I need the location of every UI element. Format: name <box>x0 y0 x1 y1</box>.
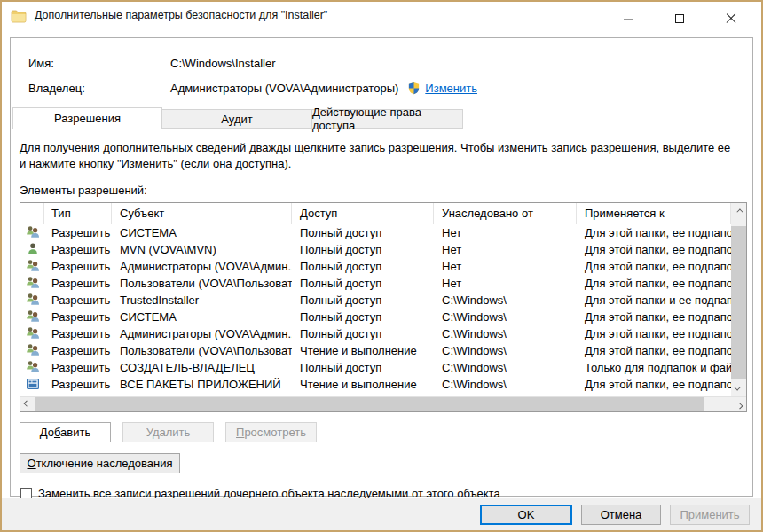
row-access: Полный доступ <box>292 293 434 307</box>
object-info-section: Имя: C:\Windows\Installer Владелец: Адми… <box>11 38 752 100</box>
column-header-access[interactable]: Доступ <box>292 203 434 224</box>
principal-icon <box>20 377 44 391</box>
row-applies-to: Для этой папки, ее подпапок и <box>577 310 731 324</box>
horizontal-scrollbar-thumb[interactable] <box>35 397 704 411</box>
row-principal: Пользователи (VOVA\Пользоват... <box>112 277 292 290</box>
cancel-button[interactable]: Отмена <box>581 505 661 525</box>
row-principal: Пользователи (VOVA\Пользоват... <box>112 344 292 357</box>
owner-row: Владелец: Администраторы (VOVA\Администр… <box>28 75 735 100</box>
apply-button[interactable]: Применить <box>670 505 750 525</box>
principal-icon <box>20 276 44 290</box>
row-inherited-from: C:\Windows\ <box>434 310 577 324</box>
scroll-right-button[interactable] <box>731 397 746 412</box>
table-row[interactable]: Разрешить СИСТЕМА Полный доступ Нет Для … <box>20 224 731 241</box>
principal-icon <box>20 360 44 374</box>
tab-audit[interactable]: Аудит <box>161 109 312 129</box>
row-principal: Администраторы (VOVA\Админ... <box>112 327 292 340</box>
row-applies-to: Для этой папки, ее подпапок и <box>577 260 731 273</box>
row-inherited-from: Нет <box>434 260 577 273</box>
add-button[interactable]: Добавить <box>20 422 111 442</box>
name-row: Имя: C:\Windows\Installer <box>28 51 735 75</box>
two-users-icon <box>26 259 40 273</box>
disable-inheritance-button[interactable]: Отключение наследования <box>20 453 180 473</box>
scroll-down-button[interactable] <box>731 381 746 396</box>
row-applies-to: Для этой папки, ее подпапок и <box>577 344 731 357</box>
vertical-scrollbar[interactable] <box>731 203 746 396</box>
view-button[interactable]: Просмотреть <box>225 422 317 442</box>
table-row[interactable]: Разрешить Пользователи (VOVA\Пользоват..… <box>20 275 731 292</box>
two-users-icon <box>26 360 40 374</box>
change-owner-link[interactable]: Изменить <box>425 82 477 95</box>
row-applies-to: Для этой папки и ее подпапок <box>577 293 731 307</box>
column-header-type[interactable]: Тип <box>44 203 112 224</box>
row-applies-to: Для этой папки, ее подпапок и <box>577 327 731 340</box>
owner-label: Владелец: <box>28 82 170 95</box>
row-access: Полный доступ <box>292 327 434 340</box>
row-access: Полный доступ <box>292 277 434 290</box>
horizontal-scrollbar[interactable] <box>20 396 746 411</box>
row-principal: СОЗДАТЕЛЬ-ВЛАДЕЛЕЦ <box>112 361 292 374</box>
table-row[interactable]: Разрешить MVN (VOVA\MVN) Полный доступ Н… <box>20 241 731 258</box>
table-row[interactable]: Разрешить Администраторы (VOVA\Админ... … <box>20 325 731 342</box>
row-inherited-from: Нет <box>434 277 577 290</box>
close-icon <box>726 13 736 24</box>
entry-actions: Добавить Удалить Просмотреть <box>20 422 747 442</box>
minimize-icon <box>624 19 633 20</box>
principal-icon <box>20 326 44 340</box>
table-row[interactable]: Разрешить СОЗДАТЕЛЬ-ВЛАДЕЛЕЦ Полный дост… <box>20 359 731 376</box>
row-principal: Администраторы (VOVA\Админ... <box>112 260 292 273</box>
table-row[interactable]: Разрешить Администраторы (VOVA\Админ... … <box>20 258 731 275</box>
dialog-body-panel: Имя: C:\Windows\Installer Владелец: Адми… <box>10 37 753 497</box>
instructions-text: Для получения дополнительных сведений дв… <box>20 140 740 172</box>
table-row[interactable]: Разрешить СИСТЕМА Полный доступ C:\Windo… <box>20 309 731 325</box>
row-type: Разрешить <box>44 226 112 239</box>
row-access: Полный доступ <box>292 260 434 273</box>
row-type: Разрешить <box>44 361 112 374</box>
column-header-applies-to[interactable]: Применяется к <box>577 203 731 224</box>
title-bar: Дополнительные параметры безопасности дл… <box>2 2 761 35</box>
remove-button[interactable]: Удалить <box>122 422 214 442</box>
row-principal: СИСТЕМА <box>112 226 292 239</box>
name-value: C:\Windows\Installer <box>170 57 275 70</box>
row-type: Разрешить <box>44 378 112 391</box>
column-header-principal[interactable]: Субъект <box>112 203 292 224</box>
app-package-icon <box>26 377 40 391</box>
tab-effective-access[interactable]: Действующие права доступа <box>311 109 463 129</box>
row-inherited-from: Нет <box>434 243 577 256</box>
scroll-left-button[interactable] <box>20 397 35 412</box>
advanced-security-dialog: Дополнительные параметры безопасности дл… <box>0 0 763 532</box>
minimize-button[interactable] <box>617 11 639 27</box>
row-principal: ВСЕ ПАКЕТЫ ПРИЛОЖЕНИЙ <box>112 378 292 391</box>
replace-permissions-checkbox[interactable] <box>20 488 32 499</box>
row-inherited-from: C:\Windows\ <box>434 327 577 340</box>
footer-bar: OK Отмена Применить <box>2 498 761 530</box>
owner-value: Администраторы (VOVA\Администраторы) <box>170 82 398 95</box>
permissions-table: Тип Субъект Доступ Унаследовано от Приме… <box>20 202 747 412</box>
row-applies-to: Для этой папки, ее подпапок и <box>577 226 731 239</box>
two-users-icon <box>26 276 40 290</box>
row-access: Полный доступ <box>292 226 434 239</box>
table-row[interactable]: Разрешить ВСЕ ПАКЕТЫ ПРИЛОЖЕНИЙ Чтение и… <box>20 376 731 393</box>
table-row[interactable]: Разрешить TrustedInstaller Полный доступ… <box>20 292 731 309</box>
table-row[interactable]: Разрешить Пользователи (VOVA\Пользоват..… <box>20 342 731 359</box>
row-type: Разрешить <box>44 344 112 357</box>
vertical-scrollbar-thumb[interactable] <box>731 226 746 379</box>
uac-shield-icon <box>407 82 421 95</box>
two-users-icon <box>26 309 40 324</box>
folder-icon <box>11 10 27 23</box>
column-header-inherited-from[interactable]: Унаследовано от <box>434 203 577 224</box>
chevron-down-icon <box>735 384 741 390</box>
row-type: Разрешить <box>44 277 112 290</box>
chevron-up-icon <box>736 208 743 215</box>
maximize-button[interactable] <box>669 11 690 27</box>
close-button[interactable] <box>720 11 742 27</box>
column-header-icon[interactable] <box>20 203 44 224</box>
ok-button[interactable]: OK <box>480 505 572 525</box>
row-type: Разрешить <box>44 293 112 307</box>
tab-permissions[interactable]: Разрешения <box>12 107 162 129</box>
principal-icon <box>20 259 44 273</box>
row-principal: MVN (VOVA\MVN) <box>112 243 292 256</box>
scroll-up-button[interactable] <box>731 203 746 218</box>
row-type: Разрешить <box>44 260 112 273</box>
permissions-tab-content: Для получения дополнительных сведений дв… <box>11 129 752 500</box>
